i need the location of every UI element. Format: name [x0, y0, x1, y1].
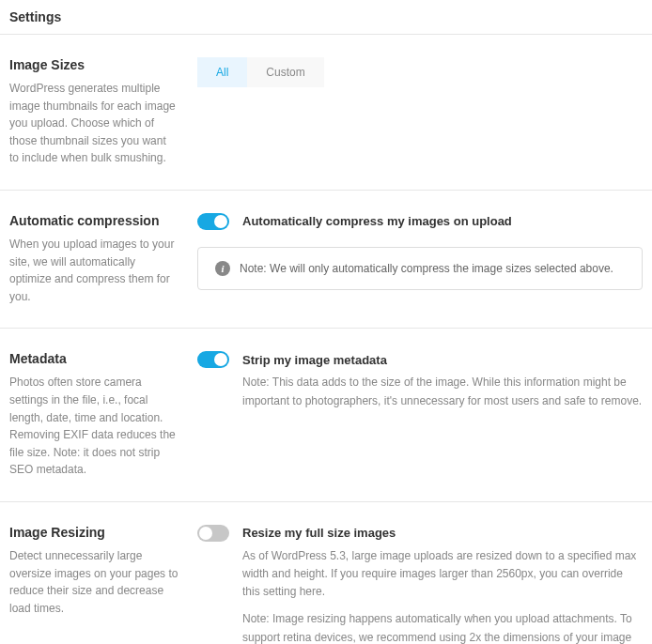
- tab-custom[interactable]: Custom: [247, 57, 323, 87]
- auto-compress-notice: i Note: We will only automatically compr…: [197, 247, 643, 290]
- section-title: Automatic compression: [9, 213, 179, 228]
- section-left: Image Sizes WordPress generates multiple…: [9, 57, 197, 167]
- resizing-label: Resize my full size images: [242, 526, 396, 540]
- section-desc: WordPress generates multiple image thumb…: [9, 80, 179, 167]
- section-title: Image Sizes: [9, 57, 179, 72]
- auto-compress-label: Automatically compress my images on uplo…: [242, 214, 512, 228]
- metadata-note: Note: This data adds to the size of the …: [242, 374, 643, 409]
- section-left: Image Resizing Detect unnecessarily larg…: [9, 525, 197, 644]
- section-right: All Custom: [197, 57, 643, 167]
- section-right: Strip my image metadata Note: This data …: [197, 351, 643, 479]
- section-left: Metadata Photos often store camera setti…: [9, 351, 197, 479]
- tab-all[interactable]: All: [197, 57, 247, 87]
- auto-compress-toggle-row: Automatically compress my images on uplo…: [197, 213, 643, 230]
- page-header: Settings: [0, 0, 652, 35]
- metadata-label: Strip my image metadata: [242, 353, 387, 367]
- resizing-note-1: As of WordPress 5.3, large image uploads…: [242, 547, 643, 602]
- page-title: Settings: [9, 9, 643, 24]
- notice-text: Note: We will only automatically compres…: [240, 262, 613, 275]
- resizing-toggle-row: Resize my full size images: [197, 525, 643, 542]
- auto-compress-toggle[interactable]: [197, 213, 229, 230]
- section-desc: When you upload images to your site, we …: [9, 236, 179, 305]
- resizing-note-2: Note: Image resizing happens automatical…: [242, 610, 643, 644]
- section-right: Resize my full size images As of WordPre…: [197, 525, 643, 644]
- image-sizes-tabs: All Custom: [197, 57, 643, 87]
- section-desc: Detect unnecessarily large oversize imag…: [9, 547, 179, 617]
- metadata-toggle[interactable]: [197, 351, 229, 368]
- metadata-toggle-row: Strip my image metadata: [197, 351, 643, 368]
- section-image-sizes: Image Sizes WordPress generates multiple…: [0, 35, 652, 191]
- section-left: Automatic compression When you upload im…: [9, 213, 197, 305]
- section-desc: Photos often store camera settings in th…: [9, 374, 179, 479]
- section-metadata: Metadata Photos often store camera setti…: [0, 329, 652, 502]
- section-title: Metadata: [9, 351, 179, 366]
- section-auto-compress: Automatic compression When you upload im…: [0, 191, 652, 329]
- resizing-toggle[interactable]: [197, 525, 229, 542]
- section-right: Automatically compress my images on uplo…: [197, 213, 643, 305]
- resizing-note-2-pre: Note: Image resizing happens automatical…: [242, 612, 635, 644]
- info-icon: i: [215, 261, 230, 276]
- section-resizing: Image Resizing Detect unnecessarily larg…: [0, 502, 652, 644]
- section-title: Image Resizing: [9, 525, 179, 540]
